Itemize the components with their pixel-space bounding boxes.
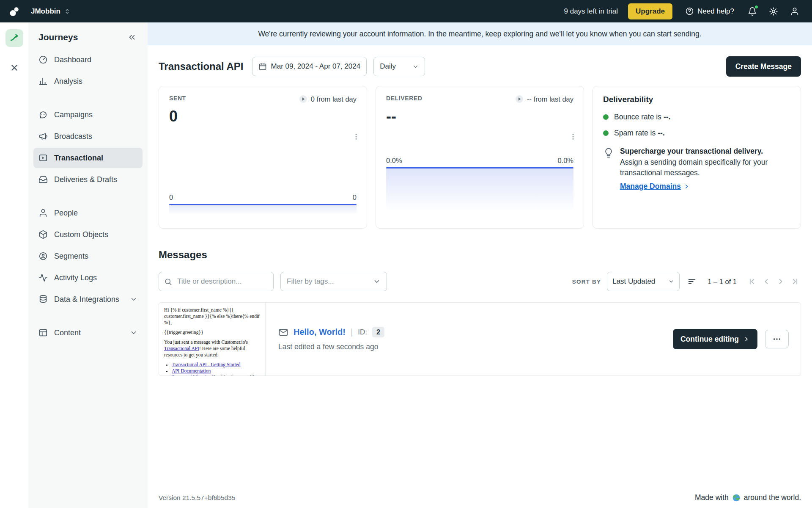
delivered-chart-gradient [386,168,573,211]
secondary-product-button[interactable] [5,59,23,77]
sidebar: Journeys Dashboard Analysis [28,22,148,508]
settings-button[interactable] [768,6,779,17]
preview-bullet-link: Transactional API - Getting Started [172,362,240,367]
spam-rate-text: Spam rate is--. [614,129,665,138]
first-page-button[interactable] [746,276,758,287]
sent-card: SENT 0 from last day 0 0 [159,86,367,229]
tip-text-block: Supercharge your transactional delivery.… [620,147,790,191]
sidebar-item-campaigns[interactable]: Campaigns [33,105,143,125]
play-circle-icon [515,95,524,103]
sent-axis-right: 0 [353,193,357,202]
message-preview-thumbnail[interactable]: Hi {% if customer.first_name %}{{ custom… [159,303,266,375]
sidebar-item-label: Broadcasts [54,132,92,141]
made-with-suffix: around the world. [744,493,801,502]
upgrade-button[interactable]: Upgrade [628,3,672,19]
sent-delta-text: 0 from last day [311,95,357,103]
notification-dot [754,5,759,9]
preview-bullet-link: API Documentation [172,368,211,373]
sent-axis-left: 0 [169,193,173,202]
chevron-down-icon [130,295,137,303]
chevron-right-icon [743,336,750,342]
sent-chart: 0 0 [169,193,357,215]
bar-chart-icon [38,77,48,86]
sidebar-item-people[interactable]: People [33,203,143,223]
message-row: Hi {% if customer.first_name %}{{ custom… [159,302,801,376]
user-icon [38,208,48,218]
metric-cards: SENT 0 from last day 0 0 [159,86,801,229]
message-title-link[interactable]: Hello, World! [294,327,346,337]
delivered-axis-left: 0.0% [386,157,402,165]
previous-page-button[interactable] [760,276,772,287]
chevron-left-icon [762,277,771,286]
app-root: JMobbin 9 days left in trial Upgrade Nee… [0,0,812,508]
deliverability-tip: Supercharge your transactional delivery.… [603,147,790,191]
x-product-icon [10,63,19,72]
sort-order-button[interactable] [686,275,698,288]
bounce-rate-row: Bounce rate is--. [603,113,790,121]
next-page-button[interactable] [775,276,787,287]
sidebar-item-label: Data & Integrations [54,295,119,304]
pagination-range: 1 – 1 of 1 [708,278,737,286]
preview-body-pre: You just sent a message with Customer.io… [164,340,248,345]
preview-body-link: Transactional API [164,346,199,351]
sidebar-item-broadcasts[interactable]: Broadcasts [33,126,143,146]
main-content: Transactional API Mar 09, 2024 - Apr 07,… [148,45,812,508]
workspace-selector[interactable]: JMobbin [28,7,73,16]
journeys-product-button[interactable] [5,29,23,47]
spam-rate-value: --. [658,129,665,137]
account-button[interactable] [789,6,800,17]
calendar-icon [258,62,267,71]
sidebar-item-label: Activity Logs [54,273,97,282]
sidebar-item-analysis[interactable]: Analysis [33,71,143,91]
campaigns-icon [38,110,48,119]
manage-domains-link[interactable]: Manage Domains [620,182,690,191]
sidebar-item-label: Custom Objects [54,230,108,239]
sent-value: 0 [169,108,357,125]
sent-chart-gradient [169,205,357,215]
sidebar-item-content[interactable]: Content [33,323,143,343]
sidebar-item-activity-logs[interactable]: Activity Logs [33,268,143,288]
chevron-down-icon [130,329,137,337]
continue-editing-button[interactable]: Continue editing [673,329,757,349]
delivered-card: DELIVERED -- from last day -- [376,86,584,229]
sidebar-item-label: People [54,209,78,218]
sidebar-item-segments[interactable]: Segments [33,246,143,266]
notifications-button[interactable] [747,6,758,17]
bounce-rate-prefix: Bounce rate is [614,113,661,121]
delivered-delta-text: -- from last day [527,95,573,103]
delivered-axis-right: 0.0% [557,157,573,165]
spam-rate-prefix: Spam rate is [614,129,656,137]
spam-rate-row: Spam rate is--. [603,129,790,138]
sidebar-title: Journeys [38,32,78,42]
sidebar-item-label: Transactional [54,154,103,163]
date-range-picker[interactable]: Mar 09, 2024 - Apr 07, 2024 [252,57,367,76]
granularity-select[interactable]: Daily [373,57,425,76]
sort-select[interactable]: Last Updated [607,272,680,291]
sidebar-item-transactional[interactable]: Transactional [33,148,143,168]
sidebar-item-deliveries-drafts[interactable]: Deliveries & Drafts [33,169,143,190]
sidebar-collapse-button[interactable] [126,32,137,43]
filter-by-tags-select[interactable]: Filter by tags... [280,272,387,291]
transactional-icon [38,153,48,163]
trial-countdown: 9 days left in trial [564,7,618,16]
segments-icon [38,251,48,261]
customerio-logo[interactable] [0,6,28,17]
sent-card-menu-button[interactable] [351,131,362,144]
sidebar-item-label: Dashboard [54,55,91,64]
need-help-button[interactable]: Need help? [683,6,737,16]
search-input[interactable] [176,277,268,286]
preview-line: Hi {% if customer.first_name %}{{ custom… [164,307,260,326]
chevron-right-icon [776,277,785,286]
sidebar-item-data-integrations[interactable]: Data & Integrations [33,289,143,309]
continue-editing-label: Continue editing [680,335,739,344]
sidebar-item-dashboard[interactable]: Dashboard [33,50,143,70]
delivered-card-menu-button[interactable] [568,131,579,144]
sort-descending-icon [687,277,697,286]
create-message-button[interactable]: Create Message [726,56,801,77]
sidebar-item-label: Content [54,329,81,337]
message-more-button[interactable] [765,330,789,348]
ellipsis-icon [772,334,782,344]
granularity-value: Daily [380,62,396,71]
sidebar-item-custom-objects[interactable]: Custom Objects [33,224,143,245]
last-page-button[interactable] [789,276,801,287]
